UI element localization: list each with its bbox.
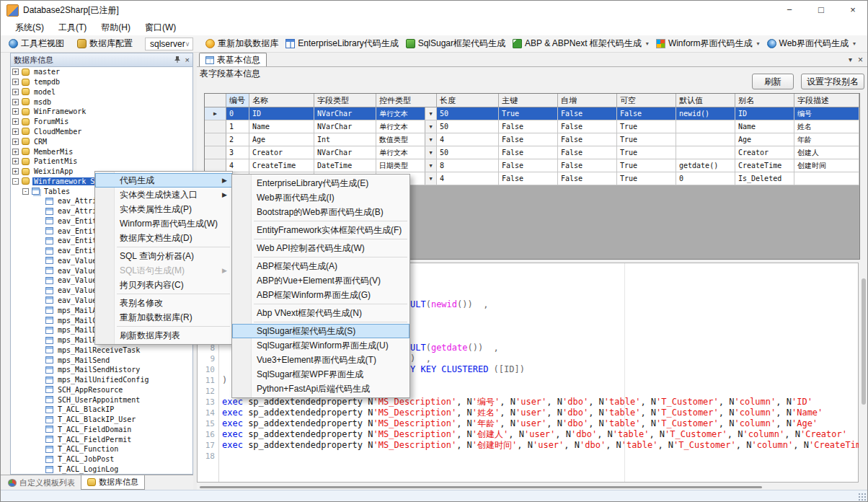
- chevron-down-icon[interactable]: ▼: [425, 107, 436, 120]
- grid-cell[interactable]: Age: [249, 133, 314, 146]
- grid-cell[interactable]: False: [558, 120, 617, 133]
- chevron-down-icon[interactable]: ▼: [425, 133, 436, 146]
- tree-item-msdb[interactable]: +msdb: [11, 97, 192, 107]
- grid-cell[interactable]: [676, 120, 735, 133]
- grid-row-Age[interactable]: 2AgeInt数值类型▼4FalseFalseTrueAge年龄: [205, 133, 859, 146]
- grid-cell[interactable]: True: [617, 146, 676, 159]
- submenu-item-Vue3+Element界面代码生成(T)[interactable]: Vue3+Element界面代码生成(T): [232, 353, 409, 367]
- close-button[interactable]: ×: [837, 1, 868, 19]
- grid-cell[interactable]: Is_Deleted: [735, 172, 794, 185]
- expand-icon[interactable]: +: [12, 149, 19, 155]
- context-menu-item-SQL语句生成(M)[interactable]: SQL语句生成(M)▶: [95, 263, 232, 278]
- grid-cell[interactable]: True: [617, 172, 676, 185]
- menu-item-1[interactable]: 工具(T): [51, 20, 94, 35]
- submenu-item-Web界面代码生成(I)[interactable]: Web界面代码生成(I): [232, 190, 409, 205]
- grid-cell[interactable]: False: [558, 107, 617, 120]
- expand-icon[interactable]: +: [12, 168, 19, 175]
- expand-icon[interactable]: +: [12, 118, 19, 125]
- menu-item-2[interactable]: 帮助(H): [94, 20, 138, 35]
- grid-header-主键[interactable]: 主键: [499, 94, 558, 107]
- tree-item-mps_MailReceiveTask[interactable]: mps_MailReceiveTask: [11, 345, 192, 355]
- grid-cell[interactable]: 50: [437, 107, 499, 120]
- tabstrip-dropdown-icon[interactable]: ▾: [849, 56, 852, 63]
- panel-close-icon[interactable]: ×: [185, 56, 190, 64]
- grid-cell[interactable]: 单行文本▼: [376, 107, 437, 120]
- grid-cell[interactable]: False: [558, 159, 617, 172]
- chevron-down-icon[interactable]: ▼: [425, 172, 436, 185]
- grid-header-长度[interactable]: 长度: [437, 94, 499, 107]
- set-field-alias-button[interactable]: 设置字段别名: [801, 74, 864, 89]
- submenu-item-ABP框架代码生成(A)[interactable]: ABP框架代码生成(A): [232, 259, 409, 273]
- tabstrip-close-icon[interactable]: ×: [858, 55, 863, 65]
- row-selector[interactable]: [205, 120, 226, 133]
- database-type-combo[interactable]: sqlserver∨: [145, 38, 193, 50]
- context-menu-item-重新加载数据库(R)[interactable]: 重新加载数据库(R): [95, 310, 232, 325]
- horizontal-scroll-thumb[interactable]: [200, 486, 762, 488]
- grid-cell[interactable]: True: [617, 120, 676, 133]
- chevron-down-icon[interactable]: ▼: [425, 120, 436, 133]
- toolbar-button-SqlSugar框架代码生成[interactable]: SqlSugar框架代码生成: [402, 36, 509, 51]
- tree-item-SCH_AppResource[interactable]: SCH_AppResource: [11, 385, 192, 395]
- resize-grip[interactable]: [857, 492, 867, 501]
- maximize-button[interactable]: □: [805, 1, 837, 19]
- grid-cell[interactable]: CreateTime: [249, 159, 314, 172]
- grid-header-字段描述[interactable]: 字段描述: [794, 94, 859, 107]
- grid-cell[interactable]: 4: [437, 133, 499, 146]
- tree-item-T_ACL_BlackIP[interactable]: T_ACL_BlackIP: [11, 405, 192, 415]
- toolbar-button-工具栏视图[interactable]: 工具栏视图: [5, 36, 68, 51]
- grid-cell[interactable]: False: [617, 107, 676, 120]
- grid-cell[interactable]: [794, 172, 859, 185]
- grid-cell[interactable]: Name: [735, 120, 794, 133]
- grid-cell[interactable]: NVarChar: [314, 120, 376, 133]
- tree-item-PatientMis[interactable]: +PatientMis: [11, 157, 192, 167]
- submenu-item-ABP框架Winform界面生成(G)[interactable]: ABP框架Winform界面生成(G): [232, 288, 409, 302]
- tree-item-T_ACL_BlackIP_User[interactable]: T_ACL_BlackIP_User: [11, 415, 192, 425]
- expand-icon[interactable]: +: [12, 128, 19, 135]
- grid-header-控件类型[interactable]: 控件类型: [376, 94, 437, 107]
- grid-cell[interactable]: CreateTime: [735, 159, 794, 172]
- grid-cell[interactable]: [676, 146, 735, 159]
- tree-item-master[interactable]: +master: [11, 67, 192, 77]
- tree-item-WinFramework[interactable]: +WinFramework: [11, 107, 192, 117]
- grid-cell[interactable]: 50: [437, 120, 499, 133]
- grid-cell[interactable]: True: [499, 107, 558, 120]
- grid-cell[interactable]: 数值类型▼: [376, 133, 437, 146]
- tree-item-model[interactable]: +model: [11, 87, 192, 97]
- grid-cell[interactable]: False: [558, 146, 617, 159]
- grid-cell[interactable]: 3: [226, 146, 249, 159]
- toolbar-button-Web界面代码生成[interactable]: Web界面代码生成▾: [763, 36, 859, 51]
- grid-cell[interactable]: False: [499, 133, 558, 146]
- grid-cell[interactable]: False: [499, 146, 558, 159]
- grid-header-字段类型[interactable]: 字段类型: [314, 94, 376, 107]
- expand-icon[interactable]: +: [12, 108, 19, 115]
- submenu-item-SqlSugar框架Winform界面生成(U)[interactable]: SqlSugar框架Winform界面生成(U): [232, 338, 409, 353]
- tree-item-mps_MailSend[interactable]: mps_MailSend: [11, 355, 192, 365]
- pin-icon[interactable]: [174, 56, 181, 64]
- grid-cell[interactable]: False: [499, 159, 558, 172]
- submenu-item-Python+FastApi后端代码生成[interactable]: Python+FastApi后端代码生成: [232, 382, 409, 396]
- vertical-scroll-thumb[interactable]: [862, 278, 866, 405]
- grid-cell[interactable]: 单行文本▼: [376, 146, 437, 159]
- tree-item-mps_MailUnifiedConfig[interactable]: mps_MailUnifiedConfig: [11, 375, 192, 385]
- chevron-down-icon[interactable]: ▾: [757, 40, 760, 47]
- grid-cell[interactable]: False: [499, 172, 558, 185]
- grid-cell[interactable]: Int: [314, 133, 376, 146]
- grid-cell[interactable]: newid(): [676, 107, 735, 120]
- toolbar-button-重新加载数据库[interactable]: 重新加载数据库: [202, 36, 282, 51]
- tree-item-T_ACL_Function[interactable]: T_ACL_Function: [11, 444, 192, 454]
- tree-item-T_ACL_FieldDomain[interactable]: T_ACL_FieldDomain: [11, 425, 192, 435]
- grid-row-ID[interactable]: ▶0IDNVarChar单行文本▼50TrueFalseFalsenewid()…: [205, 107, 859, 120]
- grid-cell[interactable]: False: [499, 120, 558, 133]
- toolbar-button-ABP & ABPNext 框架代码生成[interactable]: ABP & ABPNext 框架代码生成▾: [509, 36, 652, 51]
- chevron-down-icon[interactable]: ▾: [646, 40, 649, 47]
- grid-cell[interactable]: ID: [735, 107, 794, 120]
- context-menu-item-刷新数据库列表[interactable]: 刷新数据库列表: [95, 328, 232, 343]
- grid-cell[interactable]: False: [558, 133, 617, 146]
- bottom-tab-自定义模板列表[interactable]: 自定义模板列表: [2, 475, 81, 490]
- tab-table-basic-info[interactable]: 表基本信息: [199, 53, 267, 66]
- editor-vertical-scrollbar[interactable]: [859, 263, 868, 483]
- expand-icon[interactable]: +: [12, 99, 19, 105]
- grid-cell[interactable]: 日期类型▼: [376, 159, 437, 172]
- grid-cell[interactable]: Age: [735, 133, 794, 146]
- refresh-button[interactable]: 刷新: [752, 74, 794, 89]
